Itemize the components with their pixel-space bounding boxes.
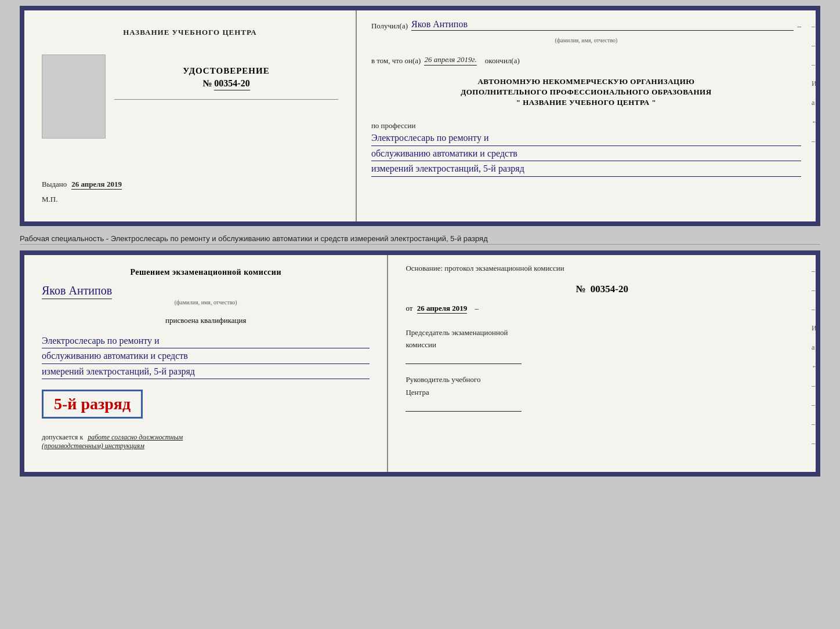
profession-block: по профессии Электрослесарь по ремонту и… <box>371 119 801 177</box>
protocol-number: № 00354-20 <box>405 283 798 295</box>
signature-block: Председатель экзаменационной комиссии Ру… <box>405 328 798 412</box>
vtom-date: 26 апреля 2019г. <box>424 55 476 66</box>
udostoverenie-label: УДОСТОВЕРЕНИЕ <box>183 66 270 76</box>
poluchil-name: Яков Антипов <box>411 19 794 31</box>
predsedatel-sig: Председатель экзаменационной комиссии <box>405 328 798 364</box>
cert-number: 00354-20 <box>214 78 249 90</box>
poluchil-row: Получил(а) Яков Антипов – <box>371 19 801 31</box>
fio-subtitle-text: (фамилия, имя, отчество) <box>555 37 617 43</box>
prisvoena-label: присвоена квалификация <box>42 316 370 325</box>
grade-box: 5-й разряд <box>42 390 143 419</box>
rukovoditel-line2: Центра <box>405 387 798 398</box>
mp-label: М.П. <box>42 195 57 204</box>
udostoverenie-block: УДОСТОВЕРЕНИЕ № 00354-20 <box>183 66 270 90</box>
qual-line1: Электрослесарь по ремонту и <box>42 333 370 349</box>
vydano-date: 26 апреля 2019 <box>71 180 122 190</box>
divider-left <box>114 99 338 100</box>
org-line2: ДОПОЛНИТЕЛЬНОГО ПРОФЕССИОНАЛЬНОГО ОБРАЗО… <box>371 88 801 97</box>
ot-label: от <box>405 304 412 312</box>
poluchil-label: Получил(а) <box>371 21 408 31</box>
grade-text: 5-й разряд <box>54 395 131 413</box>
dopuskaetsya-value: работе согласно должностным <box>88 433 183 441</box>
vtom-row: в том, что он(а) 26 апреля 2019г. окончи… <box>371 55 801 66</box>
osnovanie-label: Основание: протокол экзаменационной коми… <box>405 264 798 273</box>
protocol-num-value: 00354-20 <box>591 283 628 294</box>
bottom-fio-subtitle: (фамилия, имя, отчество) <box>42 299 370 306</box>
org-center-name: " НАЗВАНИЕ УЧЕБНОГО ЦЕНТРА " <box>371 98 801 107</box>
predsedatel-line2: комиссии <box>405 340 798 350</box>
predsedatel-line1: Председатель экзаменационной <box>405 328 798 338</box>
rukovoditel-line1: Руководитель учебного <box>405 375 798 385</box>
bottom-certificate: Решением экзаменационной комиссии Яков А… <box>20 250 820 477</box>
po-professii-label: по профессии <box>371 121 801 130</box>
commission-title: Решением экзаменационной комиссии <box>42 267 370 278</box>
photo-placeholder <box>42 54 106 139</box>
dopuskaetsya-block: допускается к работе согласно должностны… <box>42 431 370 450</box>
subtitle-text: Рабочая специальность - Электрослесарь п… <box>20 232 820 245</box>
cert-left-bottom: Выдано 26 апреля 2019 М.П. <box>42 179 338 204</box>
dopuskaetsya-label: допускается к <box>42 433 83 441</box>
okonchil-label: окончил(а) <box>485 56 520 66</box>
top-cert-right: Получил(а) Яков Антипов – (фамилия, имя,… <box>357 10 816 221</box>
instruktsii-value: (производственным) инструкциям <box>42 442 370 450</box>
org-line1: АВТОНОМНУЮ НЕКОММЕРЧЕСКУЮ ОРГАНИЗАЦИЮ <box>371 77 801 86</box>
vtom-label: в том, что он(а) <box>371 56 421 66</box>
top-org-name: НАЗВАНИЕ УЧЕБНОГО ЦЕНТРА <box>123 28 257 37</box>
profession-line3: измерений электростанций, 5-й разряд <box>371 161 801 177</box>
left-col-body: УДОСТОВЕРЕНИЕ № 00354-20 <box>42 49 338 144</box>
org-block: АВТОНОМНУЮ НЕКОММЕРЧЕСКУЮ ОРГАНИЗАЦИЮ ДО… <box>371 76 801 107</box>
name-block: Яков Антипов (фамилия, имя, отчество) <box>42 284 370 306</box>
number-prefix: № <box>202 78 212 88</box>
profession-line2: обслуживанию автоматики и средств <box>371 146 801 162</box>
ot-date: 26 апреля 2019 <box>417 304 468 314</box>
dash-after-name: – <box>797 21 801 31</box>
vydano-label: Выдано <box>42 180 67 188</box>
fio-subtitle-top: (фамилия, имя, отчество) <box>371 34 801 45</box>
right-side-dashes: – – – И а ← – <box>812 22 819 146</box>
qual-line2: обслуживанию автоматики и средств <box>42 348 370 364</box>
rukovoditel-sig-line <box>405 402 522 412</box>
bottom-name: Яков Антипов <box>42 284 112 299</box>
protocol-num-prefix: № <box>575 283 585 294</box>
profession-line1: Электрослесарь по ремонту и <box>371 130 801 146</box>
top-certificate: НАЗВАНИЕ УЧЕБНОГО ЦЕНТРА УДОСТОВЕРЕНИЕ №… <box>20 6 820 226</box>
predsedatel-sig-line <box>405 355 522 364</box>
qual-block: Электрослесарь по ремонту и обслуживанию… <box>42 333 370 380</box>
bottom-cert-left: Решением экзаменационной комиссии Яков А… <box>24 255 388 472</box>
bottom-right-side-marks: – – – И а ← – – – – <box>812 267 819 448</box>
top-cert-left: НАЗВАНИЕ УЧЕБНОГО ЦЕНТРА УДОСТОВЕРЕНИЕ №… <box>24 10 357 221</box>
rukovoditel-sig: Руководитель учебного Центра <box>405 375 798 411</box>
bottom-cert-right: Основание: протокол экзаменационной коми… <box>388 255 816 472</box>
qual-line3: измерений электростанций, 5-й разряд <box>42 364 370 380</box>
top-cert-left-inner: НАЗВАНИЕ УЧЕБНОГО ЦЕНТРА УДОСТОВЕРЕНИЕ №… <box>42 22 338 144</box>
protocol-date: от 26 апреля 2019 – <box>405 304 798 313</box>
